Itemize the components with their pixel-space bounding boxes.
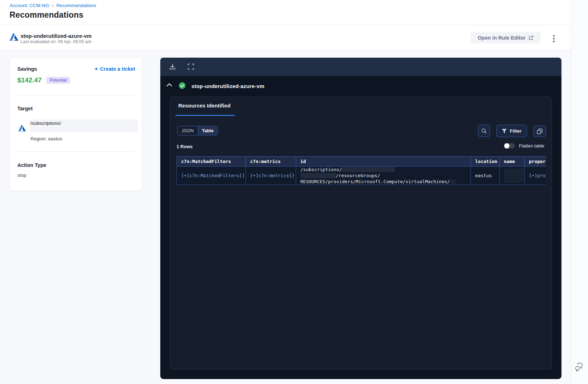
azure-icon xyxy=(18,124,26,132)
id-line-1: /subscriptions/ xyxy=(300,167,342,173)
flatten-table-label: Flatten table xyxy=(519,143,544,149)
savings-label: Savings xyxy=(17,66,37,72)
column-header-matched-filters: c7n:MatchedFilters xyxy=(177,157,246,167)
column-header-metrics: c7n:metrics xyxy=(246,157,296,167)
toggle-knob xyxy=(504,143,509,149)
id-line-3: RESOURCES/providers/Microsoft.Compute/vi… xyxy=(300,179,450,185)
active-tab-underline xyxy=(175,115,235,116)
chat-help-icon[interactable] xyxy=(574,362,584,373)
breadcrumb-account-link[interactable]: Account: CCM-NG xyxy=(10,3,49,8)
properties-expander[interactable]: [+]properties{} xyxy=(529,173,546,178)
name-cell xyxy=(500,167,525,185)
target-path: /subscriptions/ xyxy=(30,121,61,126)
view-mode-segmented-control: JSON Table xyxy=(177,126,218,135)
action-type-value: stop xyxy=(17,173,27,178)
filter-icon xyxy=(502,129,507,134)
results-table: c7n:MatchedFilters c7n:metrics id locati… xyxy=(177,156,546,185)
flatten-table-control: Flatten table xyxy=(504,143,544,149)
results-table-container: c7n:MatchedFilters c7n:metrics id locati… xyxy=(177,156,546,185)
filter-label: Filter xyxy=(510,128,521,134)
filter-button[interactable]: Filter xyxy=(496,125,527,137)
column-header-location: location xyxy=(471,157,500,167)
table-header-row: c7n:MatchedFilters c7n:metrics id locati… xyxy=(177,157,546,167)
savings-card: Savings + Create a ticket $142.47 Potent… xyxy=(10,58,142,191)
open-in-rule-editor-label: Open in Rule Editor xyxy=(478,35,525,41)
rows-count: 1 Rows xyxy=(177,144,193,149)
redacted-text xyxy=(504,169,524,183)
column-header-name: name xyxy=(500,157,525,167)
id-line-2: /resourceGroups/ xyxy=(336,173,380,179)
page-title: Recommendations xyxy=(10,10,83,20)
rule-last-evaluated: Last evaluated on: 09 Apr, 06:00 am xyxy=(21,39,91,44)
download-icon[interactable] xyxy=(169,63,176,70)
action-type-label: Action Type xyxy=(17,162,46,168)
create-ticket-link[interactable]: + Create a ticket xyxy=(94,66,135,72)
id-cell: /subscriptions/ /resourceGroups/ RESOURC… xyxy=(296,167,471,185)
target-region: Region: eastus xyxy=(30,136,62,141)
divider xyxy=(17,151,134,152)
divider xyxy=(0,25,571,25)
search-icon xyxy=(481,128,487,134)
table-row: [+]c7n:MatchedFilters[] [+]c7n:metrics{}… xyxy=(177,167,546,185)
external-link-icon xyxy=(529,35,534,40)
more-options-kebab-icon[interactable] xyxy=(549,34,558,43)
column-header-id: id xyxy=(296,157,471,167)
matched-filters-expander[interactable]: [+]c7n:MatchedFilters[] xyxy=(181,173,245,178)
resources-identified-panel: Resources Identified JSON Table xyxy=(170,97,552,370)
column-header-properties: properties xyxy=(525,157,546,167)
redacted-text xyxy=(30,127,138,132)
collapse-chevron-up-icon[interactable] xyxy=(166,83,173,88)
redacted-text xyxy=(342,167,395,172)
breadcrumb-current-link[interactable]: Recommendations xyxy=(56,3,96,8)
savings-amount: $142.47 xyxy=(17,76,42,84)
create-ticket-label: Create a ticket xyxy=(100,66,135,72)
rule-name: stop-underutilized-azure-vm xyxy=(21,33,92,39)
view-mode-json[interactable]: JSON xyxy=(178,126,198,135)
app: Account: CCM-NG › Recommendations Recomm… xyxy=(0,0,588,384)
chevron-right-icon: › xyxy=(52,3,53,8)
tab-resources-identified[interactable]: Resources Identified xyxy=(178,103,231,109)
metrics-expander[interactable]: [+]c7n:metrics{} xyxy=(250,173,294,178)
copy-icon xyxy=(537,128,543,134)
redacted-text xyxy=(450,179,456,184)
redacted-text xyxy=(300,173,336,178)
target-label: Target xyxy=(17,106,33,111)
search-button[interactable] xyxy=(478,125,490,137)
plus-icon: + xyxy=(94,66,98,71)
copy-button[interactable] xyxy=(534,126,546,137)
potential-badge: Potential xyxy=(46,77,70,84)
flatten-table-toggle[interactable] xyxy=(504,143,515,149)
location-cell: eastus xyxy=(471,167,500,185)
panel-rule-name: stop-underutilized-azure-vm xyxy=(191,83,264,89)
panel-toolbar xyxy=(160,58,561,76)
success-check-icon xyxy=(179,82,186,89)
divider xyxy=(17,95,134,95)
open-in-rule-editor-button[interactable]: Open in Rule Editor xyxy=(471,32,541,43)
fullscreen-icon[interactable] xyxy=(188,63,195,70)
results-panel: stop-underutilized-azure-vm Resources Id… xyxy=(160,58,561,379)
right-gutter xyxy=(571,0,588,384)
breadcrumb: Account: CCM-NG › Recommendations xyxy=(10,3,96,8)
azure-icon xyxy=(9,33,19,41)
view-mode-table[interactable]: Table xyxy=(198,126,218,135)
